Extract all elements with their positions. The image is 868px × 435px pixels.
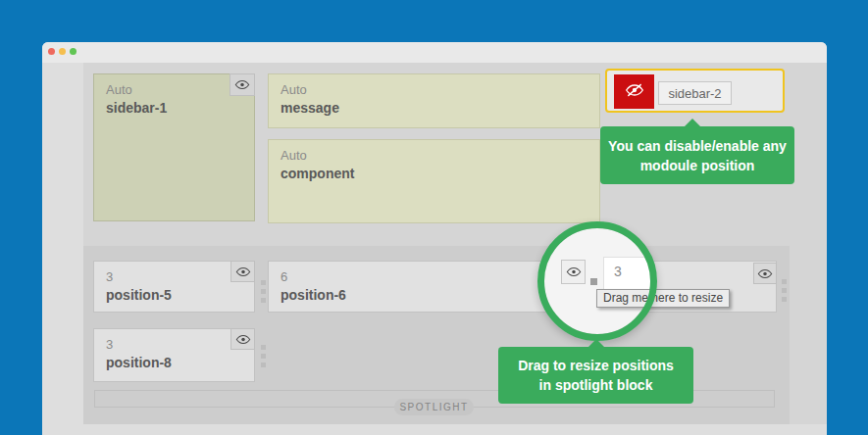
window-controls <box>48 48 77 55</box>
callout-text-line1: You can disable/enable any <box>600 138 794 154</box>
column-size: Auto <box>269 74 599 97</box>
position-name: sidebar-1 <box>94 97 254 116</box>
resize-drag-handle[interactable] <box>261 280 266 303</box>
resize-drag-handle[interactable] <box>782 279 787 302</box>
callout-text-line2: in spotlight block <box>498 377 693 393</box>
callout-drag-resize: Drag to resize positions in spotlight bl… <box>498 347 693 404</box>
callout-arrow <box>685 119 700 126</box>
toggle-visibility-button[interactable] <box>230 328 255 350</box>
callout-text-line2: modoule position <box>600 158 794 173</box>
minimize-button[interactable] <box>59 48 66 55</box>
toggle-visibility-button[interactable] <box>230 73 255 96</box>
eye-slash-icon <box>625 83 644 101</box>
position-name-field[interactable]: sidebar-2 <box>658 81 732 105</box>
eye-icon <box>235 266 251 277</box>
position-name: position-5 <box>94 284 254 303</box>
eye-icon <box>757 268 773 279</box>
callout-disable-enable: You can disable/enable any modoule posit… <box>600 126 794 184</box>
position-name: position-8 <box>94 352 254 370</box>
magnifier-ring <box>537 221 657 341</box>
close-button[interactable] <box>48 48 55 55</box>
module-block-message[interactable]: Auto message <box>268 73 600 128</box>
module-block-sidebar-2-disabled[interactable]: sidebar-2 <box>605 69 785 113</box>
callout-arrow <box>588 339 604 347</box>
column-size: Auto <box>269 140 599 163</box>
desktop-background: Auto sidebar-1 Auto message Auto compone… <box>0 0 868 435</box>
spotlight-label: SPOTLIGHT <box>394 399 474 415</box>
callout-text-line1: Drag to resize positions <box>498 358 693 373</box>
eye-icon <box>235 334 251 345</box>
window-titlebar <box>42 42 827 63</box>
browser-window: Auto sidebar-1 Auto message Auto compone… <box>42 42 827 435</box>
disabled-toggle-button[interactable] <box>614 74 654 109</box>
module-block-component[interactable]: Auto component <box>268 139 600 223</box>
toggle-visibility-button[interactable] <box>753 263 777 284</box>
resize-drag-handle[interactable] <box>261 345 266 367</box>
position-name: component <box>269 163 599 181</box>
eye-icon <box>234 79 250 90</box>
toggle-visibility-button[interactable] <box>230 261 255 282</box>
maximize-button[interactable] <box>70 48 77 55</box>
position-name: message <box>269 97 599 116</box>
